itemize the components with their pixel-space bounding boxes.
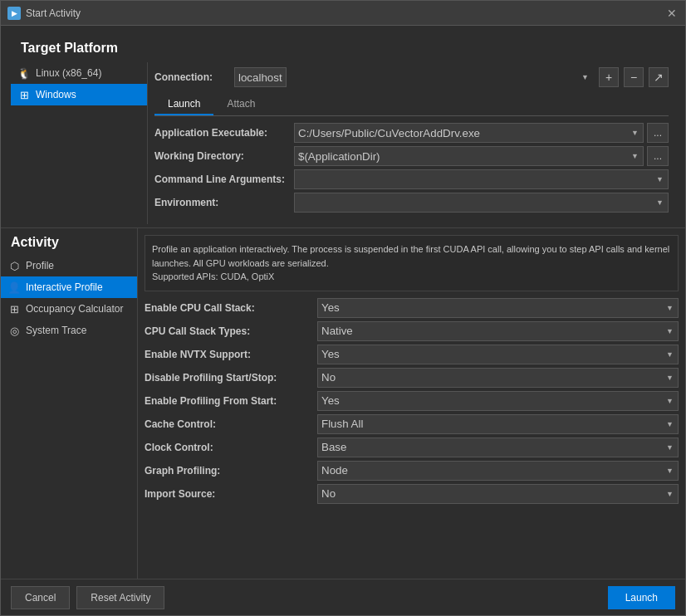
cmd-args-label: Command Line Arguments: [154,174,287,185]
setting-select-wrapper-5: Flush All [317,414,679,434]
tab-attach[interactable]: Attach [213,94,268,115]
remove-connection-button[interactable]: − [624,67,644,87]
setting-select-3[interactable]: No [317,368,679,388]
activity-area: Activity ⬡ Profile 👤 Interactive Profile… [1,228,685,579]
setting-select-6[interactable]: Base [317,438,679,457]
sidebar-item-interactive-profile[interactable]: 👤 Interactive Profile [1,276,137,298]
launch-form: Application Executable: C:/Users/Public/… [154,123,669,213]
activity-left-nav: Activity ⬡ Profile 👤 Interactive Profile… [1,228,138,579]
env-label: Environment: [154,197,287,208]
setting-select-5[interactable]: Flush All [317,414,679,434]
linux-label: Linux (x86_64) [36,67,101,79]
windows-icon: ⊞ [17,88,31,101]
setting-select-wrapper-8: No [317,484,679,504]
info-box: Profile an application interactively. Th… [145,235,679,291]
setting-select-wrapper-0: Yes [317,298,679,318]
system-trace-label: System Trace [26,325,86,336]
setting-label-7: Graph Profiling: [145,465,311,477]
window-layout: Target Platform 🐧 Linux (x86_64) ⊞ Windo… [1,26,685,615]
setting-label-1: CPU Call Stack Types: [145,325,311,337]
connection-label: Connection: [154,71,229,83]
setting-label-0: Enable CPU Call Stack: [145,302,311,314]
platform-sidebar: 🐧 Linux (x86_64) ⊞ Windows [11,62,148,224]
app-exe-select-wrapper: C:/Users/Public/CuVectorAddDrv.exe [294,123,644,143]
occupancy-calculator-icon: ⊞ [7,302,21,315]
app-exe-browse-button[interactable]: ... [647,123,669,143]
title-bar: ▶ Start Activity ✕ [1,1,685,26]
launch-attach-tabs: Launch Attach [154,94,669,116]
setting-select-wrapper-3: No [317,368,679,388]
setting-select-0[interactable]: Yes [317,298,679,318]
add-connection-button[interactable]: + [599,67,619,87]
top-area: Target Platform 🐧 Linux (x86_64) ⊞ Windo… [1,26,685,228]
system-trace-icon: ◎ [7,324,21,337]
window-title: Start Activity [26,7,665,19]
setting-label-8: Import Source: [145,488,311,500]
activity-header: Activity [1,228,137,255]
target-platform-header: Target Platform [11,32,675,62]
working-dir-select-wrapper: $(ApplicationDir) [294,146,644,166]
close-button[interactable]: ✕ [665,7,679,20]
interactive-profile-icon: 👤 [7,281,21,294]
cancel-button[interactable]: Cancel [11,586,70,609]
platform-area: 🐧 Linux (x86_64) ⊞ Windows Connection: [11,62,675,224]
cmd-args-select[interactable] [294,169,669,189]
connection-select[interactable]: localhost [234,67,287,87]
setting-select-8[interactable]: No [317,484,679,504]
profile-label: Profile [26,260,54,271]
tab-launch[interactable]: Launch [154,94,213,115]
windows-label: Windows [36,89,76,100]
connection-row: Connection: localhost + − ↗ [154,67,669,87]
working-dir-browse-button[interactable]: ... [647,146,669,166]
setting-select-2[interactable]: Yes [317,345,679,364]
setting-label-6: Clock Control: [145,442,311,453]
setting-select-wrapper-1: Native [317,321,679,341]
occupancy-calculator-label: Occupancy Calculator [26,303,123,315]
info-description: Profile an application interactively. Th… [152,244,669,268]
setting-select-4[interactable]: Yes [317,391,679,411]
connection-select-wrapper: localhost [234,67,594,87]
setting-select-wrapper-4: Yes [317,391,679,411]
info-supported: Supported APIs: CUDA, OptiX [152,271,274,281]
setting-label-4: Enable Profiling From Start: [145,395,311,407]
env-select-wrapper [294,193,669,213]
external-connection-button[interactable]: ↗ [649,67,669,87]
main-window: ▶ Start Activity ✕ Target Platform 🐧 Lin… [0,0,686,616]
sidebar-item-windows[interactable]: ⊞ Windows [11,84,147,105]
working-dir-label: Working Directory: [154,150,287,162]
reset-activity-button[interactable]: Reset Activity [76,586,164,609]
setting-label-2: Enable NVTX Support: [145,349,311,360]
sidebar-item-linux[interactable]: 🐧 Linux (x86_64) [11,62,147,84]
app-exe-select[interactable]: C:/Users/Public/CuVectorAddDrv.exe [294,123,644,143]
bottom-bar: Cancel Reset Activity Launch [1,579,685,615]
profile-icon: ⬡ [7,259,21,272]
settings-grid: Enable CPU Call Stack: Yes CPU Call Stac… [145,298,679,504]
working-dir-select[interactable]: $(ApplicationDir) [294,146,644,166]
app-exe-row: C:/Users/Public/CuVectorAddDrv.exe ... [294,123,669,143]
setting-select-7[interactable]: Node [317,461,679,481]
setting-label-3: Disable Profiling Start/Stop: [145,372,311,384]
setting-select-wrapper-6: Base [317,438,679,457]
interactive-profile-label: Interactive Profile [26,281,103,293]
activity-right-content: Profile an application interactively. Th… [138,228,685,579]
working-dir-row: $(ApplicationDir) ... [294,146,669,166]
setting-select-wrapper-2: Yes [317,345,679,364]
platform-right: Connection: localhost + − ↗ Launch [148,62,675,224]
setting-select-wrapper-7: Node [317,461,679,481]
app-exe-label: Application Executable: [154,127,287,139]
window-icon: ▶ [7,7,21,20]
settings-scroll-area[interactable]: Enable CPU Call Stack: Yes CPU Call Stac… [145,298,679,573]
sidebar-item-occupancy-calculator[interactable]: ⊞ Occupancy Calculator [1,298,137,320]
sidebar-item-profile[interactable]: ⬡ Profile [1,255,137,276]
launch-button[interactable]: Launch [608,586,675,609]
setting-select-1[interactable]: Native [317,321,679,341]
cmd-args-select-wrapper [294,169,669,189]
sidebar-item-system-trace[interactable]: ◎ System Trace [1,320,137,341]
setting-label-5: Cache Control: [145,418,311,430]
env-select[interactable] [294,193,669,213]
linux-icon: 🐧 [17,66,31,80]
